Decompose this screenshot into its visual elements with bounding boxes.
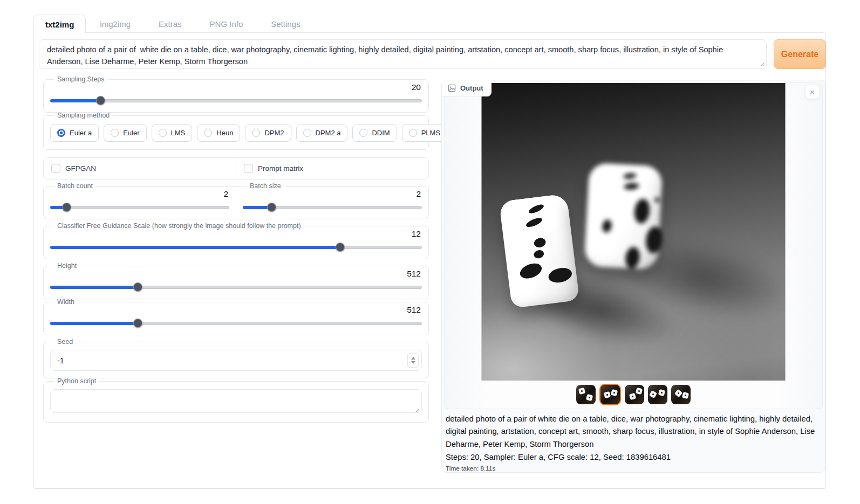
radio-dpm2[interactable]: DPM2 (245, 124, 291, 142)
python-script-group: Python script (43, 377, 429, 423)
gallery-thumbnail[interactable] (648, 385, 667, 404)
batch-size-group: Batch size 2 (236, 182, 429, 219)
tab-png-info[interactable]: PNG Info (196, 15, 257, 33)
python-script-input[interactable] (50, 389, 422, 413)
image-icon (448, 84, 456, 92)
seed-increment-button[interactable] (411, 357, 415, 360)
close-icon: × (810, 87, 815, 96)
radio-ddim[interactable]: DDIM (352, 124, 397, 142)
prompt-input[interactable]: detailed photo of a pair of white die on… (39, 39, 767, 69)
radio-euler[interactable]: Euler (104, 124, 146, 142)
tab-bar: txt2img img2img Extras PNG Info Settings (33, 15, 314, 33)
radio-heun[interactable]: Heun (197, 124, 240, 142)
radio-label: PLMS (421, 129, 440, 137)
sampling-steps-value: 20 (50, 82, 421, 92)
sampling-method-label: Sampling method (54, 112, 113, 119)
seed-decrement-button[interactable] (411, 361, 415, 364)
seed-label: Seed (54, 338, 76, 346)
radio-label: LMS (171, 129, 186, 137)
gallery-thumbnail[interactable] (671, 385, 691, 404)
slider-thumb[interactable] (336, 243, 345, 252)
batch-count-slider[interactable] (50, 203, 229, 212)
generate-button[interactable]: Generate (774, 39, 826, 69)
cfg-scale-group: Classifier Free Guidance Scale (how stro… (43, 222, 429, 259)
output-label-text: Output (460, 84, 483, 92)
batch-count-group: Batch count 2 (43, 182, 236, 219)
radio-icon (204, 129, 212, 137)
height-label: Height (54, 262, 80, 270)
tab-img2img[interactable]: img2img (86, 15, 145, 33)
batch-size-slider[interactable] (243, 203, 422, 212)
gfpgan-checkbox[interactable] (51, 164, 60, 173)
cfg-scale-label: Classifier Free Guidance Scale (how stro… (54, 222, 304, 230)
slider-thumb[interactable] (96, 96, 105, 105)
size-group: Height 512 Width 512 (43, 262, 429, 335)
prompt-field-wrapper: detailed photo of a pair of white die on… (39, 39, 767, 69)
width-slider[interactable] (50, 319, 422, 328)
radio-icon (409, 129, 417, 137)
width-value: 512 (50, 305, 421, 315)
gallery-thumbnail[interactable] (576, 385, 596, 404)
radio-icon (303, 129, 311, 137)
height-slider[interactable] (50, 282, 422, 292)
sampling-steps-slider[interactable] (50, 96, 422, 105)
tab-txt2img[interactable]: txt2img (33, 15, 86, 33)
gfpgan-checkbox-row[interactable]: GFPGAN (44, 158, 236, 179)
radio-label: Heun (216, 129, 233, 137)
die-blurred (584, 163, 663, 270)
radio-label: Euler (123, 129, 139, 137)
slider-fill (50, 286, 138, 289)
slider-thumb[interactable] (133, 282, 142, 292)
gallery-thumbnails (445, 384, 822, 405)
cfg-scale-slider[interactable] (50, 243, 422, 252)
radio-lms[interactable]: LMS (152, 124, 193, 142)
toggles-panel: GFPGAN Prompt matrix (43, 157, 429, 179)
batch-count-value: 2 (50, 189, 228, 199)
slider-track[interactable] (50, 206, 229, 209)
radio-icon (252, 129, 260, 137)
radio-plms[interactable]: PLMS (402, 124, 447, 142)
close-output-button[interactable]: × (806, 85, 819, 99)
radio-icon (57, 129, 65, 137)
stable-diffusion-webui: txt2img img2img Extras PNG Info Settings… (0, 0, 860, 504)
slider-track[interactable] (50, 99, 422, 102)
gallery-thumbnail[interactable] (625, 385, 644, 404)
cfg-scale-value: 12 (50, 229, 421, 239)
radio-label: DPM2 (264, 129, 284, 137)
slider-fill (50, 322, 138, 325)
tab-extras[interactable]: Extras (145, 15, 196, 33)
sampling-steps-label: Sampling Steps (54, 75, 108, 83)
batch-count-label: Batch count (54, 182, 96, 190)
sampling-group: Sampling Steps 20 Sampling method Euler … (43, 75, 429, 150)
seed-group: Seed (43, 338, 429, 378)
height-value: 512 (50, 269, 421, 279)
tab-settings[interactable]: Settings (257, 15, 314, 33)
seed-script-group: Seed Python script (43, 338, 429, 423)
batch-row: Batch count 2 Batch size 2 (43, 182, 429, 219)
seed-field-wrapper (50, 350, 422, 371)
python-script-label: Python script (54, 377, 99, 385)
prompt-matrix-checkbox-row[interactable]: Prompt matrix (236, 158, 428, 179)
sampling-method-group: Sampling method Euler a Euler LMS Heun D… (43, 112, 429, 150)
height-group: Height 512 (43, 262, 429, 299)
python-script-wrapper (50, 389, 422, 415)
generation-info: detailed photo of a pair of white die on… (446, 413, 822, 472)
caption-parameters: Steps: 20, Sampler: Euler a, CFG scale: … (446, 451, 822, 463)
settings-column: Sampling Steps 20 Sampling method Euler … (43, 75, 429, 423)
radio-dpm2-a[interactable]: DPM2 a (296, 124, 348, 142)
radio-euler-a[interactable]: Euler a (50, 124, 99, 142)
batch-size-label: Batch size (247, 182, 284, 190)
prompt-matrix-checkbox[interactable] (244, 164, 253, 173)
gfpgan-label: GFPGAN (65, 164, 96, 172)
radio-icon (111, 129, 119, 137)
gallery-thumbnail-selected[interactable] (599, 384, 621, 405)
seed-stepper[interactable] (407, 353, 419, 368)
width-label: Width (54, 298, 78, 306)
seed-input[interactable] (50, 350, 422, 371)
slider-thumb[interactable] (62, 203, 71, 212)
slider-thumb[interactable] (267, 203, 276, 212)
slider-thumb[interactable] (133, 319, 142, 328)
radio-label: DDIM (372, 129, 390, 137)
prompt-row: detailed photo of a pair of white die on… (39, 39, 826, 69)
output-panel: Output × (441, 80, 825, 473)
